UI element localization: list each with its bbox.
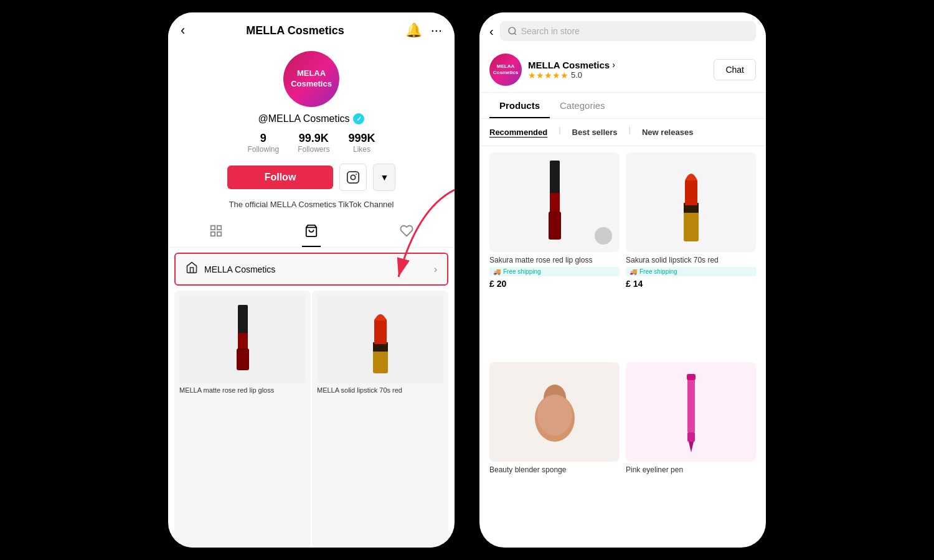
search-icon (507, 26, 517, 36)
rating-value: 5.0 (571, 70, 582, 80)
stat-likes[interactable]: 999K Likes (349, 132, 375, 154)
dropdown-button[interactable]: ▼ (373, 164, 395, 191)
svg-rect-3 (210, 226, 214, 230)
list-item[interactable]: MELLA matte rose red lip gloss (174, 291, 311, 548)
back-button[interactable]: ‹ (181, 22, 185, 39)
grid-icon (209, 224, 223, 238)
filter-new-releases[interactable]: New releases (642, 125, 693, 139)
notification-icon[interactable]: 🔔 (405, 22, 422, 39)
store-icon (186, 261, 198, 277)
tabs-right: Products Categories (479, 93, 766, 119)
shop-banner[interactable]: MELLA Cosmetics › (174, 253, 448, 286)
store-name-row[interactable]: MELLA Cosmetics › (528, 60, 615, 70)
star-icons: ★★★★★ (528, 70, 568, 80)
tab-grid[interactable] (197, 218, 235, 247)
tab-likes[interactable] (387, 218, 426, 247)
svg-rect-6 (217, 232, 220, 236)
search-bar[interactable]: Search in store (500, 21, 756, 41)
product-grid-left: MELLA matte rose red lip gloss MELLA sol… (168, 291, 455, 548)
svg-rect-22 (549, 213, 560, 238)
list-item[interactable]: MELLA solid lipstick 70s red (312, 291, 448, 548)
product-name-4: Pink eyeliner pen (626, 465, 756, 474)
list-item[interactable]: Sakura solid lipstick 70s red 🚚 Free shi… (626, 152, 756, 356)
more-options-icon[interactable]: ··· (431, 22, 442, 39)
instagram-button[interactable] (339, 164, 367, 191)
product-price-1: £ 20 (489, 279, 620, 289)
instagram-icon (346, 170, 360, 184)
product-name-2: Sakura solid lipstick 70s red (626, 256, 756, 264)
store-details: MELLA Cosmetics › ★★★★★ 5.0 (528, 60, 615, 80)
following-count: 9 (260, 132, 267, 145)
left-header: ‹ MELLA Cosmetics 🔔 ··· (168, 12, 455, 45)
product-badge (595, 227, 612, 245)
eyeliner-image (672, 365, 710, 459)
filter-best-sellers[interactable]: Best sellers (572, 125, 618, 139)
shop-chevron-icon: › (434, 264, 437, 275)
svg-point-17 (509, 27, 516, 34)
back-button-right[interactable]: ‹ (489, 24, 494, 39)
likes-count: 999K (349, 132, 375, 145)
heart-icon (400, 224, 413, 238)
sponge-image (524, 375, 586, 449)
product-image (179, 296, 306, 383)
shop-name: MELLA Cosmetics (204, 264, 275, 274)
search-input[interactable]: Search in store (521, 26, 580, 36)
tab-shop[interactable] (292, 218, 331, 247)
filter-tabs: Recommended | Best sellers | New release… (479, 119, 766, 146)
followers-label: Followers (298, 145, 329, 154)
svg-point-1 (351, 175, 356, 179)
svg-rect-31 (687, 374, 696, 380)
product-image-3 (489, 362, 620, 462)
store-chevron-icon: › (612, 60, 615, 70)
list-item[interactable]: Beauty blender sponge (489, 362, 620, 541)
lipstick-image-right (669, 156, 713, 249)
filter-sep-1: | (559, 125, 560, 139)
list-item[interactable]: Pink eyeliner pen (626, 362, 756, 541)
right-phone: ‹ Search in store MELAA Cosmetics MELLA … (479, 12, 766, 548)
svg-point-28 (537, 394, 572, 436)
svg-rect-0 (347, 172, 359, 183)
store-avatar: MELAA Cosmetics (489, 54, 522, 86)
svg-rect-4 (217, 226, 220, 230)
free-shipping-badge-1: 🚚 Free shipping (489, 267, 620, 276)
lip-gloss-image-right (533, 156, 577, 249)
profile-section: MELAA Cosmetics @MELLA Cosmetics ✓ 9 Fol… (168, 45, 455, 218)
chevron-down-icon: ▼ (380, 172, 389, 182)
shop-icon (304, 224, 318, 238)
svg-rect-30 (687, 432, 695, 442)
following-label: Following (247, 145, 279, 154)
page-title: MELLA Cosmetics (246, 24, 344, 37)
store-rating: ★★★★★ 5.0 (528, 70, 615, 80)
svg-rect-5 (210, 232, 214, 236)
svg-line-18 (514, 33, 516, 35)
tab-categories[interactable]: Categories (550, 93, 615, 118)
stat-followers[interactable]: 99.9K Followers (298, 132, 329, 154)
svg-rect-25 (685, 180, 697, 205)
right-header: ‹ Search in store (479, 12, 766, 47)
stats-row: 9 Following 99.9K Followers 999K Likes (247, 132, 375, 154)
stat-following[interactable]: 9 Following (247, 132, 279, 154)
product-price-2: £ 14 (626, 279, 756, 289)
free-shipping-badge-2: 🚚 Free shipping (626, 267, 756, 276)
product-name-1: Sakura matte rose red lip gloss (489, 256, 620, 264)
svg-point-2 (356, 174, 357, 175)
product-grid-right: Sakura matte rose red lip gloss 🚚 Free s… (479, 146, 766, 548)
filter-recommended[interactable]: Recommended (489, 125, 547, 139)
profile-tabs (168, 218, 455, 248)
username-row: @MELLA Cosmetics ✓ (258, 113, 365, 124)
chat-button[interactable]: Chat (714, 59, 756, 80)
shop-banner-left: MELLA Cosmetics (186, 261, 275, 277)
product-name-3: Beauty blender sponge (489, 465, 620, 474)
likes-label: Likes (353, 145, 370, 154)
svg-rect-20 (550, 193, 560, 215)
list-item[interactable]: Sakura matte rose red lip gloss 🚚 Free s… (489, 152, 620, 356)
follow-button[interactable]: Follow (227, 166, 334, 189)
svg-rect-11 (237, 350, 248, 369)
svg-rect-29 (687, 378, 695, 434)
product-name: MELLA matte rose red lip gloss (179, 386, 306, 394)
action-row: Follow ▼ (227, 164, 396, 191)
lip-gloss-image (224, 299, 262, 380)
tab-products[interactable]: Products (489, 93, 550, 118)
product-image-1 (489, 152, 620, 252)
product-name: MELLA solid lipstick 70s red (317, 386, 443, 394)
